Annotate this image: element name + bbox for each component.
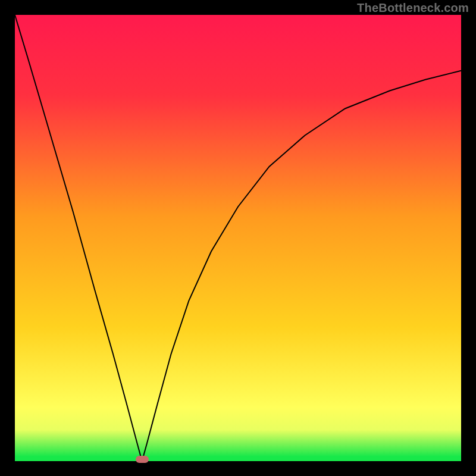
watermark-text: TheBottleneck.com [357,1,469,15]
optimal-point-marker [136,456,149,463]
chart-frame: TheBottleneck.com [0,0,476,476]
bottleneck-curve-svg [0,0,476,476]
bottleneck-curve [15,15,461,461]
